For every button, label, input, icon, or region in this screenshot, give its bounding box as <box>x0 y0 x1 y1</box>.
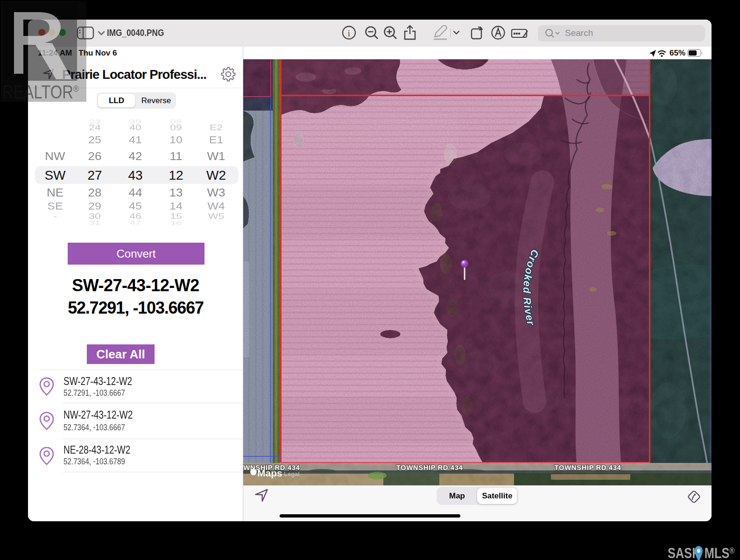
svg-text:i: i <box>348 28 350 38</box>
svg-text:TOWNSHIP RD 434: TOWNSHIP RD 434 <box>396 463 463 471</box>
svg-text:Legal: Legal <box>284 470 300 477</box>
svg-text:TOWNSHIP RD 434: TOWNSHIP RD 434 <box>555 463 621 471</box>
svg-text:Maps: Maps <box>257 468 282 478</box>
